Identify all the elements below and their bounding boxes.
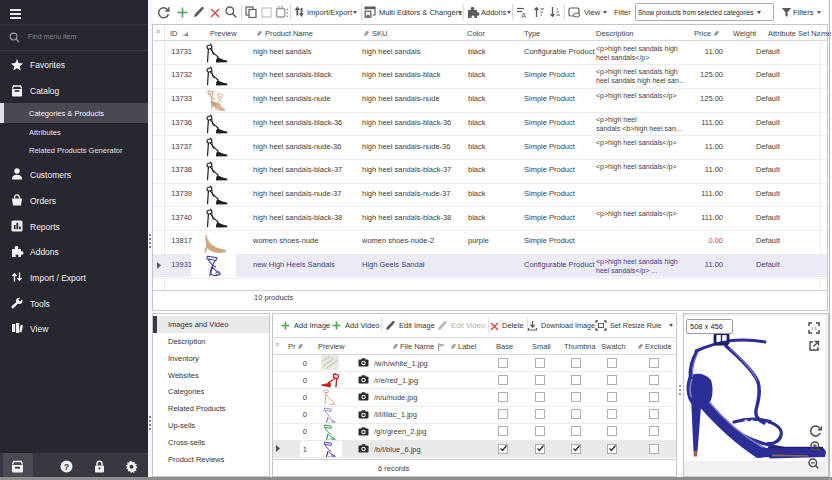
svg-text:1:1: 1:1 (811, 326, 817, 331)
svg-text:?: ? (64, 462, 70, 472)
svg-text:A: A (521, 11, 526, 19)
